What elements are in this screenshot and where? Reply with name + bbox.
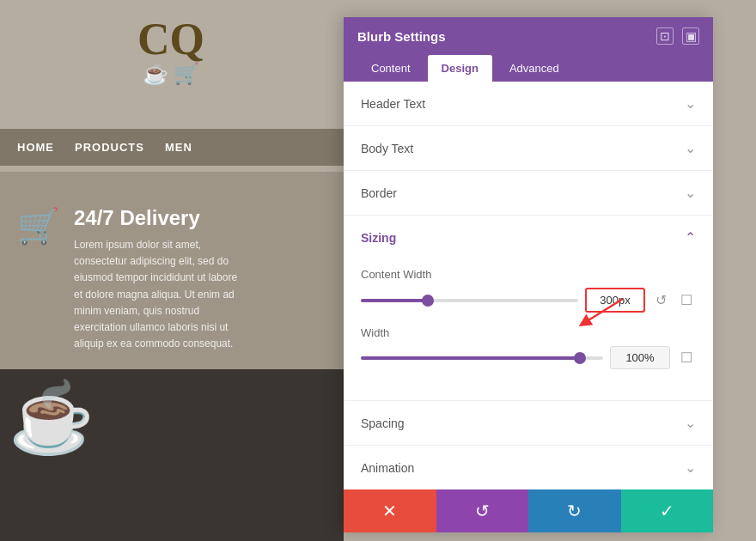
animation-section[interactable]: Animation ⌄ [344, 446, 713, 489]
spacing-section[interactable]: Spacing ⌄ [344, 401, 713, 446]
tab-advanced[interactable]: Advanced [496, 55, 573, 82]
panel-tabs: Content Design Advanced [344, 55, 713, 82]
nav-products: PRODUCTS [75, 141, 144, 154]
border-section[interactable]: Border ⌄ [344, 171, 713, 216]
bottom-section: ☕ [0, 369, 344, 541]
redo-button[interactable]: ↻ [528, 489, 621, 532]
width-slider-track[interactable] [361, 356, 603, 360]
coffee-machine-icon: ☕ [9, 378, 94, 459]
content-width-slider-thumb[interactable] [422, 295, 434, 307]
sizing-chevron: ⌃ [685, 229, 696, 246]
nav-bar: HOME PRODUCTS MEN [0, 129, 344, 166]
border-label: Border [361, 186, 397, 200]
animation-label: Animation [361, 461, 414, 475]
delivery-text: Lorem ipsum dolor sit amet, consectetur … [74, 237, 246, 352]
body-text-section[interactable]: Body Text ⌄ [344, 126, 713, 171]
sizing-section: Sizing ⌃ Content Width ↺ ☐ [344, 216, 713, 401]
cancel-button[interactable]: ✕ [344, 489, 436, 532]
confirm-icon: ✓ [660, 501, 674, 521]
confirm-button[interactable]: ✓ [621, 489, 714, 532]
nav-home: HOME [17, 141, 54, 154]
panel-header-icons: ⊡ ▣ [656, 27, 699, 45]
body-text-chevron: ⌄ [685, 140, 696, 156]
delivery-row: 🛒 24/7 Delivery Lorem ipsum dolor sit am… [17, 206, 326, 352]
delivery-title: 24/7 Delivery [74, 206, 246, 230]
panel-body: Header Text ⌄ Body Text ⌄ Border ⌄ Sizin… [344, 82, 713, 489]
delivery-info: 24/7 Delivery Lorem ipsum dolor sit amet… [74, 206, 246, 352]
panel-restore-icon[interactable]: ⊡ [656, 27, 674, 45]
nav-menu: MEN [165, 141, 192, 154]
sizing-header[interactable]: Sizing ⌃ [344, 216, 713, 259]
panel-footer: ✕ ↺ ↻ ✓ [344, 489, 713, 532]
logo-icon: ☕ 🛒 [137, 62, 204, 86]
header-text-section[interactable]: Header Text ⌄ [344, 82, 713, 126]
panel-maximize-icon[interactable]: ▣ [682, 27, 699, 45]
cancel-icon: ✕ [382, 501, 397, 521]
content-width-reset-icon[interactable]: ↺ [652, 289, 670, 312]
content-section: 🛒 24/7 Delivery Lorem ipsum dolor sit am… [0, 172, 344, 395]
content-width-slider-track[interactable] [361, 299, 578, 302]
sizing-body: Content Width ↺ ☐ [344, 259, 713, 400]
header-text-chevron: ⌄ [685, 95, 696, 112]
redo-icon: ↻ [567, 501, 582, 521]
border-chevron: ⌄ [685, 185, 696, 201]
logo-area: CQ ☕ 🛒 [137, 17, 204, 86]
spacing-chevron: ⌄ [685, 415, 696, 431]
content-width-field: Content Width ↺ ☐ [361, 268, 696, 313]
content-width-slider-fill [361, 299, 426, 302]
spacing-label: Spacing [361, 416, 405, 430]
logo: CQ [137, 17, 204, 62]
content-width-label: Content Width [361, 268, 696, 281]
panel-header: Blurb Settings ⊡ ▣ [344, 17, 713, 55]
width-slider-thumb[interactable] [574, 352, 586, 364]
sizing-label: Sizing [361, 231, 396, 245]
width-input[interactable] [610, 346, 670, 369]
width-label: Width [361, 326, 696, 339]
undo-icon: ↺ [475, 501, 490, 521]
animation-chevron: ⌄ [685, 459, 696, 476]
body-text-label: Body Text [361, 142, 413, 155]
header-text-label: Header Text [361, 97, 425, 111]
content-width-controls: ↺ ☐ [361, 288, 696, 313]
width-field: Width ☐ [361, 326, 696, 369]
width-device-icon[interactable]: ☐ [677, 346, 696, 369]
width-controls: ☐ [361, 346, 696, 369]
tab-design[interactable]: Design [428, 55, 492, 82]
cart-icon: 🛒 [17, 206, 60, 246]
content-width-device-icon[interactable]: ☐ [677, 289, 696, 312]
undo-button[interactable]: ↺ [436, 489, 529, 532]
panel-title: Blurb Settings [357, 29, 446, 44]
blurb-settings-panel: Blurb Settings ⊡ ▣ Content Design Advanc… [344, 17, 713, 532]
width-slider-fill [361, 356, 579, 360]
content-width-input[interactable] [585, 288, 645, 313]
tab-content[interactable]: Content [357, 55, 424, 82]
